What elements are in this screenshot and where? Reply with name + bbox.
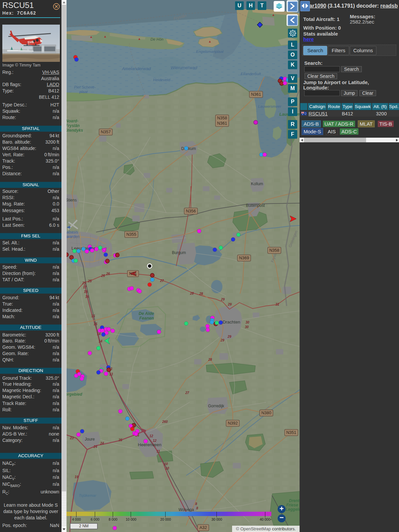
svg-text:N357: N357 [101, 130, 111, 134]
svg-text:plaat: plaat [79, 90, 88, 94]
svg-text:12: 12 [153, 439, 157, 443]
svg-text:14: 14 [97, 332, 101, 336]
svg-text:19: 19 [74, 475, 78, 479]
svg-text:N356: N356 [186, 209, 196, 213]
svg-text:26: 26 [106, 272, 110, 276]
svg-text:4 000: 4 000 [72, 517, 81, 521]
svg-text:28: 28 [199, 292, 203, 296]
svg-text:Tsjûkemar: Tsjûkemar [79, 493, 97, 497]
svg-text:Feanen: Feanen [139, 316, 154, 321]
svg-text:Eilanderbult: Eilanderbult [241, 72, 261, 76]
svg-text:30: 30 [245, 325, 249, 329]
svg-text:6 000: 6 000 [91, 517, 99, 521]
svg-text:16: 16 [84, 290, 88, 294]
svg-text:Fryslân: Fryslân [66, 123, 80, 128]
svg-text:N358: N358 [269, 248, 279, 253]
svg-text:De Alde: De Alde [139, 311, 154, 316]
svg-text:Amelanderwad: Amelanderwad [122, 66, 151, 71]
svg-text:11: 11 [157, 450, 160, 453]
svg-text:13: 13 [109, 372, 113, 376]
svg-text:28: 28 [208, 358, 212, 361]
svg-text:N361: N361 [251, 92, 261, 97]
svg-text:ûtendyks: ûtendyks [66, 128, 83, 133]
svg-text:Piet Scheve-: Piet Scheve- [74, 85, 95, 89]
svg-text:Friese Wo: Friese Wo [286, 503, 300, 507]
svg-text:27: 27 [160, 279, 164, 283]
svg-text:ergebied: ergebied [66, 392, 82, 397]
svg-text:15: 15 [91, 314, 95, 318]
svg-text:Stiens: Stiens [66, 198, 77, 202]
svg-text:N392: N392 [228, 421, 238, 426]
svg-text:26: 26 [101, 274, 105, 278]
svg-text:16: 16 [85, 295, 89, 299]
svg-text:abasis: abasis [66, 230, 78, 234]
svg-text:Dokkum: Dokkum [181, 146, 196, 151]
svg-text:25: 25 [82, 281, 86, 285]
svg-text:A32: A32 [200, 525, 207, 530]
svg-text:Drents-: Drents- [289, 498, 300, 503]
svg-text:N351: N351 [286, 430, 296, 435]
svg-text:24: 24 [93, 445, 97, 449]
svg-text:warden: warden [66, 234, 80, 239]
svg-text:Wierumerwad: Wierumerwad [171, 65, 198, 70]
svg-text:Engelsmanplaat: Engelsmanplaat [196, 50, 224, 54]
svg-text:10: 10 [164, 462, 168, 466]
svg-text:29: 29 [227, 303, 232, 306]
svg-text:Burgum: Burgum [172, 250, 186, 255]
svg-text:25: 25 [87, 279, 92, 283]
svg-text:27: 27 [185, 391, 189, 395]
svg-text:N369: N369 [239, 256, 249, 260]
svg-text:SV6: SV6 [27, 40, 34, 44]
svg-text:N358: N358 [217, 116, 227, 120]
svg-text:15: 15 [93, 322, 97, 326]
svg-text:Drachten: Drachten [223, 320, 240, 325]
svg-text:Kollum: Kollum [251, 182, 263, 186]
svg-text:260: 260 [162, 420, 168, 424]
svg-text:29: 29 [220, 298, 225, 301]
svg-text:N361: N361 [217, 121, 227, 126]
svg-text:Heerenveen: Heerenveen [138, 442, 162, 447]
svg-text:Buitenpost: Buitenpost [246, 203, 265, 208]
svg-text:Heideveld: Heideveld [153, 78, 170, 82]
svg-text:N355: N355 [126, 232, 136, 237]
svg-text:17: 17 [83, 285, 87, 289]
svg-text:Wolvega: Wolvega [179, 507, 194, 512]
svg-text:De Hön: De Hön [151, 37, 164, 41]
svg-text:Gorredijk: Gorredijk [208, 404, 225, 408]
svg-text:8: 8 [196, 506, 198, 510]
svg-text:8 000: 8 000 [109, 517, 117, 521]
svg-text:10: 10 [165, 466, 169, 470]
svg-text:Joure: Joure [85, 437, 95, 442]
svg-text:40 000+: 40 000+ [260, 517, 271, 521]
svg-text:14: 14 [98, 339, 102, 343]
svg-text:29: 29 [220, 338, 224, 342]
svg-text:N380: N380 [261, 411, 271, 415]
svg-text:29: 29 [227, 335, 231, 338]
svg-text:12: 12 [149, 434, 153, 438]
svg-text:8: 8 [195, 502, 197, 506]
svg-text:10 000: 10 000 [126, 517, 136, 521]
svg-text:Noard-: Noard- [66, 119, 78, 123]
svg-text:30: 30 [245, 321, 249, 324]
svg-text:25: 25 [118, 438, 122, 442]
svg-text:28: 28 [190, 292, 194, 295]
svg-text:Lauwersmeer: Lauwersmeer [258, 104, 282, 108]
svg-text:30 000: 30 000 [211, 517, 222, 521]
svg-text:20 000: 20 000 [160, 517, 171, 521]
svg-text:31: 31 [275, 303, 279, 306]
svg-text:24: 24 [100, 442, 104, 445]
svg-text:23: 23 [69, 436, 74, 440]
svg-text:Leggelder: Leggelder [286, 507, 300, 512]
